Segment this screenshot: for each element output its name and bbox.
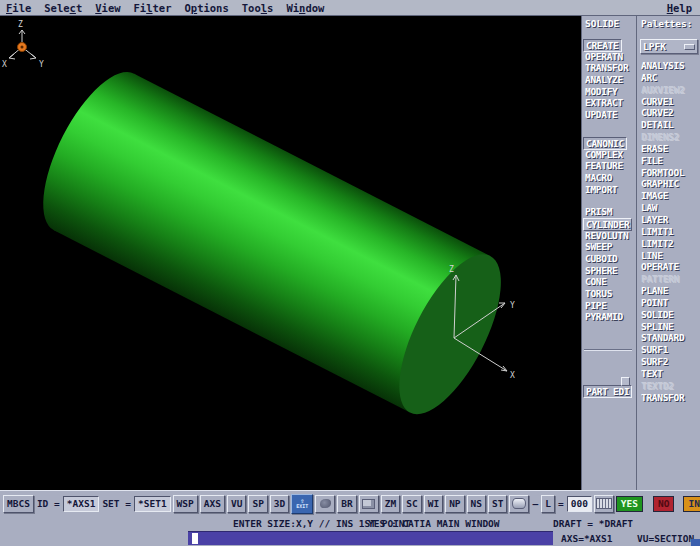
palette-item-law[interactable]: LAW — [641, 202, 700, 214]
vu-button[interactable]: VU — [227, 495, 246, 513]
model-view-button[interactable] — [359, 495, 379, 513]
palette-item-spline[interactable]: SPLINE — [641, 321, 700, 333]
palette-item-surf1[interactable]: SURF1 — [641, 344, 700, 356]
command-input[interactable] — [188, 531, 553, 545]
st-button[interactable]: ST — [488, 495, 507, 513]
menu-tools[interactable]: Tools — [242, 2, 274, 14]
corner-chip — [691, 539, 700, 546]
palette-dropdown-value: LPFK — [643, 41, 666, 53]
palettes-panel: Palettes: LPFK ANALYSIS ARC AUXVIEW2 CUR… — [636, 16, 700, 490]
solide-item-import[interactable]: IMPORT — [585, 184, 636, 196]
cylinder-solid — [23, 58, 522, 429]
exit-button[interactable]: ⇧ EXIT — [291, 494, 313, 514]
palette-item-formtool[interactable]: FORMTOOL — [641, 167, 700, 179]
palette-item-detail[interactable]: DETAIL — [641, 119, 700, 131]
menu-view[interactable]: View — [95, 2, 120, 14]
palette-item-curve1[interactable]: CURVE1 — [641, 96, 700, 108]
solide-item-extract[interactable]: EXTRACT — [585, 97, 636, 109]
command-row: AXS=*AXS1 VU=SECTION — [0, 530, 700, 546]
3d-button[interactable]: 3D — [270, 495, 289, 513]
layer-equals: = — [558, 498, 564, 509]
layer-button[interactable]: L — [541, 495, 555, 513]
view-status-text: VU=SECTION — [637, 533, 694, 544]
solide-item-transfor[interactable]: TRANSFOR — [585, 62, 636, 74]
palette-item-standard[interactable]: STANDARD — [641, 332, 700, 344]
pointer-tool-button[interactable] — [315, 495, 335, 513]
palette-item-transfor[interactable]: TRANSFOR — [641, 392, 700, 404]
palette-item-solide[interactable]: SOLIDE — [641, 309, 700, 321]
palette-item-image[interactable]: IMAGE — [641, 190, 700, 202]
solide-item-sweep[interactable]: SWEEP — [585, 241, 636, 253]
np-button[interactable]: NP — [445, 495, 464, 513]
solide-item-cone[interactable]: CONE — [585, 276, 636, 288]
wsp-button[interactable]: WSP — [173, 495, 198, 513]
part-edit-button[interactable]: PART EDI — [583, 385, 632, 398]
menu-options[interactable]: Options — [185, 2, 229, 14]
solide-item-revolutn[interactable]: REVOLUTN — [585, 230, 636, 242]
draft-status-text: DRAFT = *DRAFT — [553, 518, 633, 529]
solide-item-analyze[interactable]: ANALYZE — [585, 74, 636, 86]
corner-y-label: Y — [39, 60, 44, 69]
solide-item-canonic[interactable]: CANONIC — [583, 137, 627, 150]
solide-item-macro[interactable]: MACRO — [585, 172, 636, 184]
sp-button[interactable]: SP — [248, 495, 267, 513]
solide-item-modify[interactable]: MODIFY — [585, 86, 636, 98]
solide-item-complex[interactable]: COMPLEX — [585, 149, 636, 161]
viewport-canvas: Z Y X Z X Y — [0, 16, 581, 490]
int-button[interactable]: INT — [683, 496, 700, 512]
menu-help[interactable]: Help — [667, 2, 692, 14]
yes-button[interactable]: YES — [616, 496, 643, 512]
palette-item-line[interactable]: LINE — [641, 250, 700, 262]
palette-item-operate[interactable]: OPERATE — [641, 261, 700, 273]
3d-viewport[interactable]: Z Y X Z X Y — [0, 16, 581, 490]
id-field[interactable]: *AXS1 — [63, 496, 100, 512]
solide-item-prism[interactable]: PRISM — [585, 206, 636, 218]
solide-item-update[interactable]: UPDATE — [585, 109, 636, 121]
menu-filter[interactable]: Filter — [134, 2, 172, 14]
sc-button[interactable]: SC — [402, 495, 421, 513]
palette-item-file[interactable]: FILE — [641, 155, 700, 167]
palette-item-layer[interactable]: LAYER — [641, 214, 700, 226]
set-field[interactable]: *SET1 — [134, 496, 171, 512]
part-edit-grip[interactable] — [621, 377, 630, 386]
br-button[interactable]: BR — [337, 495, 356, 513]
palette-dropdown[interactable]: LPFK — [640, 39, 698, 54]
menu-window[interactable]: Window — [286, 2, 324, 14]
palette-item-point[interactable]: POINT — [641, 297, 700, 309]
palette-item-plane[interactable]: PLANE — [641, 285, 700, 297]
ns-button[interactable]: NS — [467, 495, 486, 513]
palette-item-analysis[interactable]: ANALYSIS — [641, 60, 700, 72]
axs-button[interactable]: AXS — [200, 495, 225, 513]
catia-main-window: File Select View Filter Options Tools Wi… — [0, 0, 700, 546]
eraser-tool-button[interactable] — [509, 495, 529, 513]
palette-item-limit2[interactable]: LIMIT2 — [641, 238, 700, 250]
menu-file[interactable]: File — [6, 2, 31, 14]
solide-item-pipe[interactable]: PIPE — [585, 300, 636, 312]
solide-item-torus[interactable]: TORUS — [585, 288, 636, 300]
wi-button[interactable]: WI — [424, 495, 443, 513]
corner-z-label: Z — [18, 20, 23, 29]
solide-item-cylinder[interactable]: CYLINDER — [583, 218, 632, 231]
palette-item-limit1[interactable]: LIMIT1 — [641, 226, 700, 238]
palette-item-curve2[interactable]: CURVE2 — [641, 107, 700, 119]
menu-select[interactable]: Select — [44, 2, 82, 14]
set-label: SET = — [102, 498, 131, 509]
palette-item-pattern: PATTERN — [641, 273, 700, 285]
palette-item-surf2[interactable]: SURF2 — [641, 356, 700, 368]
layer-field[interactable]: 000 — [567, 496, 592, 512]
palette-item-auxview2: AUXVIEW2 — [641, 84, 700, 96]
solide-item-operatn[interactable]: OPERATN — [585, 51, 636, 63]
keyboard-button[interactable] — [594, 495, 614, 513]
zm-button[interactable]: ZM — [381, 495, 400, 513]
palette-item-erase[interactable]: ERASE — [641, 143, 700, 155]
solide-item-sphere[interactable]: SPHERE — [585, 265, 636, 277]
no-button[interactable]: NO — [653, 496, 674, 512]
palette-item-text[interactable]: TEXT — [641, 368, 700, 380]
solide-item-pyramid[interactable]: PYRAMID — [585, 311, 636, 323]
solide-item-cuboid[interactable]: CUBOID — [585, 253, 636, 265]
dropdown-indicator-icon — [684, 44, 695, 50]
mbcs-button[interactable]: MBCS — [3, 495, 34, 513]
palette-item-arc[interactable]: ARC — [641, 72, 700, 84]
palette-item-graphic[interactable]: GRAPHIC — [641, 178, 700, 190]
solide-item-feature[interactable]: FEATURE — [585, 160, 636, 172]
